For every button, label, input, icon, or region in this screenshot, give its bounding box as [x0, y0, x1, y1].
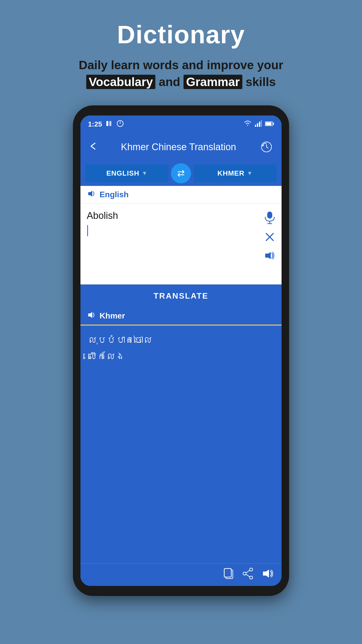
svg-rect-6	[259, 122, 260, 127]
microphone-button[interactable]	[264, 211, 275, 226]
signal-icon	[255, 120, 262, 129]
svg-rect-10	[273, 123, 274, 125]
source-language-button[interactable]: ENGLISH ▼	[85, 165, 168, 182]
svg-point-23	[250, 568, 253, 571]
svg-line-27	[246, 574, 250, 577]
swap-language-button[interactable]	[171, 163, 191, 183]
output-content: លុបបំបាត់ចោល លើកលែង	[80, 326, 282, 563]
input-section-header: English	[80, 186, 282, 204]
translate-button[interactable]: TRANSLATE	[80, 285, 282, 307]
app-bar-title: Khmer Chinese Translation	[121, 142, 236, 152]
svg-line-26	[246, 570, 250, 573]
source-language-label: ENGLISH	[106, 169, 139, 177]
input-section: English Abolish	[80, 186, 282, 285]
input-actions	[264, 209, 275, 279]
bottom-action-bar	[80, 563, 282, 586]
svg-marker-18	[265, 252, 271, 259]
clear-button[interactable]	[264, 231, 275, 245]
svg-marker-28	[263, 570, 269, 578]
svg-marker-19	[88, 312, 92, 318]
target-lang-chevron: ▼	[247, 170, 253, 177]
output-line-2: លើកលែង	[88, 348, 274, 365]
app-bar: Khmer Chinese Translation	[80, 133, 282, 161]
translate-button-label: TRANSLATE	[154, 291, 208, 301]
phone-device: 1:25	[73, 105, 289, 596]
source-lang-chevron: ▼	[142, 170, 148, 177]
notification-icon	[117, 120, 124, 129]
subtitle-end: skills	[242, 75, 276, 89]
input-speaker-icon[interactable]	[87, 189, 96, 200]
output-tts-button[interactable]	[262, 568, 274, 582]
share-button[interactable]	[243, 568, 253, 582]
phone-screen: 1:25	[80, 115, 282, 586]
output-section: Khmer លុបបំបាត់ចោល លើកលែង	[80, 307, 282, 586]
target-language-button[interactable]: KHMER ▼	[194, 165, 277, 182]
target-language-label: KHMER	[217, 169, 245, 177]
back-button[interactable]	[88, 140, 98, 154]
output-section-header: Khmer	[80, 307, 282, 325]
status-bar: 1:25	[80, 115, 282, 133]
history-button[interactable]	[259, 139, 274, 154]
battery-icon	[265, 120, 274, 128]
app-subtitle: Daily learn words and improve your Vocab…	[79, 57, 283, 90]
output-line-1: លុបបំបាត់ចោល	[88, 332, 274, 348]
text-cursor	[87, 225, 88, 236]
status-left: 1:25	[88, 120, 124, 129]
input-text-content[interactable]: Abolish	[87, 209, 264, 279]
sim-icon	[106, 120, 113, 128]
svg-marker-12	[88, 191, 92, 197]
subtitle-connector: and	[155, 75, 184, 89]
text-input-area[interactable]: Abolish	[80, 204, 282, 284]
subtitle-grammar: Grammar	[184, 75, 242, 89]
svg-rect-13	[267, 212, 272, 219]
svg-point-25	[250, 576, 253, 579]
svg-rect-4	[255, 125, 256, 127]
status-time: 1:25	[88, 120, 102, 128]
output-language-label: Khmer	[100, 311, 125, 320]
svg-rect-9	[265, 122, 272, 125]
app-title: Dictionary	[117, 20, 245, 49]
status-right	[243, 120, 274, 129]
subtitle-vocabulary: Vocabulary	[86, 75, 155, 89]
input-word: Abolish	[87, 210, 118, 221]
output-speaker-icon[interactable]	[87, 310, 96, 321]
input-language-label: English	[100, 190, 129, 199]
svg-point-24	[243, 572, 246, 575]
svg-rect-5	[257, 123, 258, 127]
subtitle-line1: Daily learn words and improve your	[79, 58, 283, 72]
svg-rect-7	[261, 120, 262, 127]
svg-rect-0	[106, 121, 108, 126]
copy-button[interactable]	[223, 568, 234, 582]
svg-rect-21	[224, 569, 231, 577]
input-tts-button[interactable]	[264, 250, 275, 263]
wifi-icon	[243, 120, 252, 129]
app-header: Dictionary Daily learn words and improve…	[0, 0, 362, 105]
language-selector-row: ENGLISH ▼ KHMER ▼	[80, 161, 282, 186]
svg-rect-1	[109, 121, 111, 126]
